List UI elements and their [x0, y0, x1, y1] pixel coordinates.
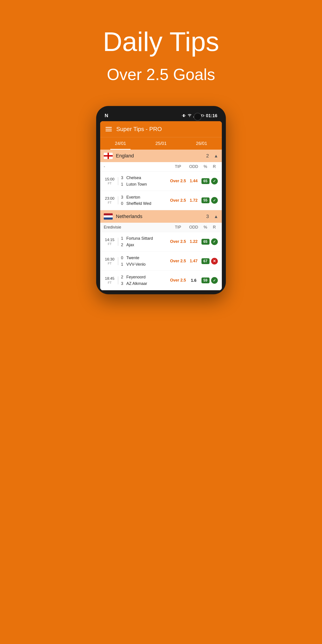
home-team-name: Chelsea — [126, 175, 141, 181]
hero-title: Daily Tips — [103, 27, 219, 56]
away-team-name: VVV-Venlo — [126, 261, 146, 268]
match-tip: Over 2.5 — [169, 278, 187, 283]
match-result: ✓ — [210, 238, 218, 245]
match-time: 15:00 — [105, 177, 114, 182]
th-tip-1: TIP — [169, 225, 187, 230]
match-time-block: 16:30 FT — [104, 257, 118, 265]
match-time: 18:45 — [105, 276, 114, 281]
th-pct-1: % — [200, 225, 210, 230]
pct-badge: 65 — [202, 178, 210, 184]
home-team-name: Fortuna Sittard — [126, 235, 153, 242]
home-team-row: 2 Feyenoord — [121, 274, 169, 280]
result-win-icon: ✓ — [211, 178, 218, 184]
match-tip: Over 2.5 — [169, 239, 187, 244]
match-odd: 1.22 — [187, 239, 200, 244]
svg-rect-1 — [182, 115, 182, 116]
result-loss-icon: ✕ — [211, 258, 218, 264]
match-odd: 1.44 — [187, 179, 200, 183]
home-team-name: Feyenoord — [126, 274, 146, 280]
result-win-icon: ✓ — [211, 197, 218, 204]
pct-badge: 55 — [202, 198, 210, 203]
date-tab-1[interactable]: 25/01 — [141, 137, 181, 150]
away-team-name: AZ Alkmaar — [126, 280, 147, 287]
app-header: Super Tips - PRO — [100, 121, 222, 137]
match-row: 23:00 FT 3 Everton 0 Sheffield Wed Over … — [100, 191, 222, 210]
date-tab-2[interactable]: 26/01 — [181, 137, 222, 150]
away-team-name: Sheffield Wed — [126, 200, 151, 207]
match-row: 15:00 FT 3 Chelsea 1 Luton Town Over 2.5… — [100, 172, 222, 191]
match-teams: 3 Chelsea 1 Luton Town — [121, 175, 169, 188]
home-team-name: Twente — [126, 255, 139, 261]
svg-rect-14 — [104, 213, 113, 215]
england-table-header: - TIP ODD % R — [100, 162, 222, 172]
home-team-row: 1 Fortuna Sittard — [121, 235, 169, 242]
home-score: 1 — [121, 235, 125, 242]
home-score: 3 — [121, 175, 125, 181]
england-header[interactable]: England 2 ▲ — [100, 150, 222, 162]
away-score: 2 — [121, 242, 125, 248]
match-odd: 1.72 — [187, 198, 200, 203]
home-team-row: 3 Everton — [121, 194, 169, 200]
status-bar: N — [100, 110, 222, 121]
date-tab-0[interactable]: 24/01 — [100, 137, 141, 150]
match-tip: Over 2.5 — [169, 178, 187, 184]
hamburger-button[interactable] — [106, 127, 112, 131]
front-camera — [194, 113, 202, 121]
home-team-row: 0 Twente — [121, 255, 169, 261]
match-result: ✓ — [210, 277, 218, 284]
th-pct-0: % — [200, 164, 210, 169]
england-name: England — [116, 153, 203, 159]
hero-subtitle: Over 2.5 Goals — [107, 65, 215, 84]
away-score: 3 — [121, 280, 125, 287]
away-team-name: Luton Town — [126, 181, 147, 188]
pct-badge: 59 — [202, 278, 210, 283]
match-teams: 3 Everton 0 Sheffield Wed — [121, 194, 169, 207]
match-teams: 2 Feyenoord 3 AZ Alkmaar — [121, 274, 169, 287]
phone-screen: Super Tips - PRO 24/01 25/01 26/01 — [100, 121, 222, 290]
match-status: FT — [108, 182, 112, 185]
match-pct: 65 — [200, 178, 210, 184]
match-pct: 55 — [200, 198, 210, 203]
result-win-icon: ✓ — [211, 238, 218, 245]
th-r-1: R — [210, 225, 218, 230]
match-time: 23:00 — [105, 196, 114, 201]
home-score: 0 — [121, 255, 125, 261]
match-row: 16:30 FT 0 Twente 1 VVV-Venlo Over 2.5 1… — [100, 252, 222, 271]
svg-rect-13 — [104, 155, 113, 156]
england-count: 2 — [206, 153, 209, 159]
match-result: ✕ — [210, 258, 218, 264]
network-icon: N — [105, 113, 108, 118]
match-pct: 67 — [200, 258, 210, 264]
away-team-row: 1 Luton Town — [121, 181, 169, 188]
th-odd-0: ODD — [187, 164, 200, 169]
app-title: Super Tips - PRO — [116, 126, 162, 132]
match-result: ✓ — [210, 178, 218, 184]
match-status: FT — [108, 281, 112, 284]
match-time: 16:30 — [105, 257, 114, 262]
league-name: Eredivisie — [104, 225, 169, 230]
match-tip: Over 2.5 — [169, 198, 187, 203]
home-score: 3 — [121, 194, 125, 200]
match-time-block: 15:00 FT — [104, 177, 118, 185]
match-status: FT — [108, 201, 112, 204]
svg-rect-15 — [104, 215, 113, 217]
th-odd-1: ODD — [187, 225, 200, 230]
netherlands-collapse-icon[interactable]: ▲ — [214, 214, 218, 219]
match-time: 14:15 — [105, 238, 114, 242]
away-team-row: 0 Sheffield Wed — [121, 200, 169, 207]
home-score: 2 — [121, 274, 125, 280]
match-time-block: 14:15 FT — [104, 238, 118, 246]
wifi-icon — [188, 114, 192, 118]
match-odd: 1.6 — [187, 278, 200, 283]
match-teams: 0 Twente 1 VVV-Venlo — [121, 255, 169, 268]
match-row: 18:45 FT 2 Feyenoord 3 AZ Alkmaar Over 2… — [100, 271, 222, 290]
date-tabs: 24/01 25/01 26/01 — [100, 137, 222, 150]
svg-point-3 — [190, 116, 190, 117]
status-time: 01:16 — [206, 113, 217, 118]
netherlands-table-header: Eredivisie TIP ODD % R — [100, 223, 222, 232]
england-collapse-icon[interactable]: ▲ — [214, 154, 218, 158]
home-team-name: Everton — [126, 194, 140, 200]
netherlands-header[interactable]: Netherlands 3 ▲ — [100, 210, 222, 223]
hero-section: Daily Tips Over 2.5 Goals — [0, 0, 322, 97]
away-team-row: 2 Ajax — [121, 242, 169, 248]
